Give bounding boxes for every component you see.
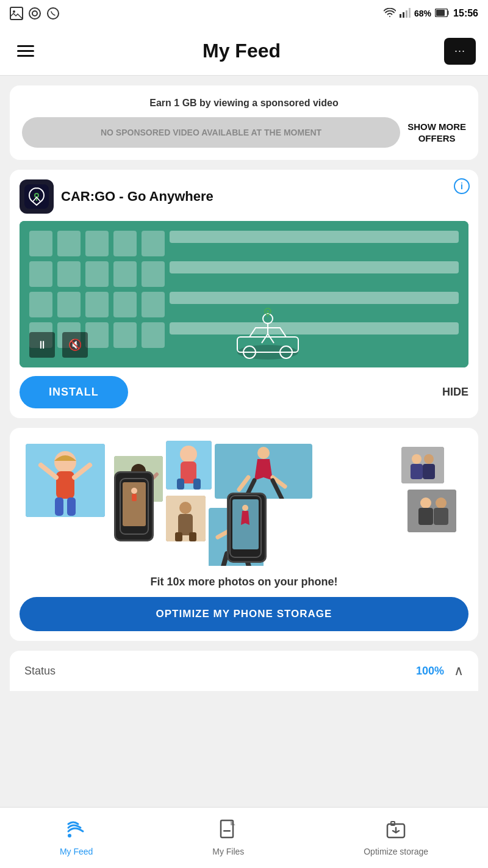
svg-point-19	[267, 310, 269, 313]
earn-gb-actions: NO SPONSORED VIDEO AVAILABLE AT THE MOME…	[22, 117, 466, 148]
svg-point-57	[420, 497, 431, 508]
svg-rect-8	[409, 8, 411, 18]
hide-button[interactable]: HIDE	[442, 386, 468, 399]
status-value: 100%	[416, 665, 444, 678]
phone-mockup-2	[227, 493, 267, 563]
photos-collage	[20, 438, 468, 566]
svg-rect-25	[55, 497, 63, 516]
nav-label-files: My Files	[212, 847, 244, 856]
nav-label-feed: My Feed	[60, 847, 93, 856]
nav-item-my-files[interactable]: My Files	[200, 814, 256, 861]
svg-rect-63	[223, 830, 231, 832]
svg-point-2	[29, 8, 40, 19]
pause-button[interactable]: ⏸	[29, 332, 55, 358]
app-logo	[20, 179, 54, 214]
svg-point-4	[48, 8, 59, 19]
svg-rect-41	[423, 464, 435, 479]
page-title: My Feed	[203, 40, 281, 62]
svg-point-58	[436, 497, 447, 508]
menu-button[interactable]	[12, 40, 39, 62]
install-button[interactable]: INSTALL	[20, 376, 128, 408]
svg-point-1	[13, 10, 15, 13]
photo-6	[166, 496, 206, 541]
show-more-button[interactable]: SHOW MORE OFFERS	[407, 121, 466, 145]
status-bar: 68% 15:56	[0, 0, 488, 27]
app-name: CAR:GO - Go Anywhere	[61, 189, 214, 204]
video-controls: ⏸ 🔇	[29, 332, 88, 358]
photo-9	[407, 490, 456, 532]
bottom-nav: My Feed My Files Optimize storage	[0, 807, 488, 868]
security-icon	[28, 7, 41, 20]
video-container: ⏸ 🔇	[20, 221, 468, 367]
phone-mockup-1	[114, 471, 154, 541]
svg-rect-7	[406, 10, 407, 18]
gallery-icon	[10, 7, 23, 20]
status-bar-left	[10, 7, 60, 20]
svg-rect-10	[436, 10, 445, 16]
svg-point-31	[180, 446, 197, 463]
photo-5	[401, 447, 444, 483]
svg-rect-37	[401, 447, 444, 483]
svg-rect-40	[411, 464, 423, 479]
battery-icon	[435, 9, 450, 19]
header: My Feed ···	[0, 27, 488, 76]
info-icon[interactable]: i	[454, 178, 470, 194]
photo-1	[26, 444, 105, 517]
status-label: Status	[24, 665, 56, 678]
svg-rect-6	[403, 12, 404, 18]
battery-percent: 68%	[414, 9, 431, 18]
wifi-icon	[384, 8, 396, 20]
svg-rect-44	[178, 514, 193, 535]
phone-icon	[46, 7, 60, 20]
photo-3	[166, 441, 212, 490]
svg-point-43	[179, 502, 192, 514]
svg-point-49	[131, 488, 137, 494]
svg-point-36	[257, 447, 270, 459]
svg-rect-26	[67, 497, 76, 516]
content-area: Earn 1 GB by viewing a sponsored video N…	[0, 76, 488, 768]
status-bar-right: 68% 15:56	[384, 8, 478, 20]
ad-footer: INSTALL HIDE	[20, 376, 468, 408]
cargo-character	[228, 306, 307, 361]
svg-rect-60	[434, 508, 448, 525]
message-button[interactable]: ···	[444, 38, 476, 65]
svg-point-39	[424, 454, 434, 464]
svg-rect-50	[132, 494, 137, 501]
svg-point-55	[242, 505, 248, 511]
svg-rect-22	[56, 471, 74, 499]
chevron-up-icon[interactable]: ∧	[454, 663, 464, 679]
time-display: 15:56	[453, 8, 478, 19]
svg-rect-33	[177, 479, 184, 490]
photos-promo-text: Fit 10x more photos on your phone!	[20, 576, 468, 588]
files-icon	[218, 819, 238, 844]
optimize-icon	[385, 819, 407, 844]
optimize-button[interactable]: OPTIMIZE MY PHONE STORAGE	[20, 597, 468, 631]
signal-icon	[400, 8, 411, 20]
svg-point-21	[54, 451, 76, 473]
nav-label-optimize: Optimize storage	[364, 847, 428, 856]
svg-rect-34	[193, 479, 201, 490]
nav-item-my-feed[interactable]: My Feed	[48, 814, 105, 861]
earn-gb-description: Earn 1 GB by viewing a sponsored video	[22, 98, 466, 109]
svg-rect-45	[175, 532, 182, 541]
photos-card: Fit 10x more photos on your phone! OPTIM…	[10, 428, 478, 641]
svg-rect-46	[189, 532, 196, 541]
svg-rect-59	[418, 508, 433, 525]
svg-point-3	[32, 11, 37, 16]
no-video-button[interactable]: NO SPONSORED VIDEO AVAILABLE AT THE MOME…	[22, 117, 400, 148]
svg-point-38	[412, 454, 422, 464]
photo-4	[215, 444, 312, 499]
earn-gb-card: Earn 1 GB by viewing a sponsored video N…	[10, 85, 478, 160]
svg-rect-5	[400, 14, 401, 18]
feed-icon	[66, 819, 87, 844]
svg-point-61	[68, 834, 71, 837]
nav-item-optimize[interactable]: Optimize storage	[351, 814, 440, 861]
app-ad-header: CAR:GO - Go Anywhere	[20, 179, 468, 214]
ad-card: CAR:GO - Go Anywhere i	[10, 170, 478, 418]
mute-button[interactable]: 🔇	[62, 332, 88, 358]
status-section: Status 100% ∧	[10, 651, 478, 691]
